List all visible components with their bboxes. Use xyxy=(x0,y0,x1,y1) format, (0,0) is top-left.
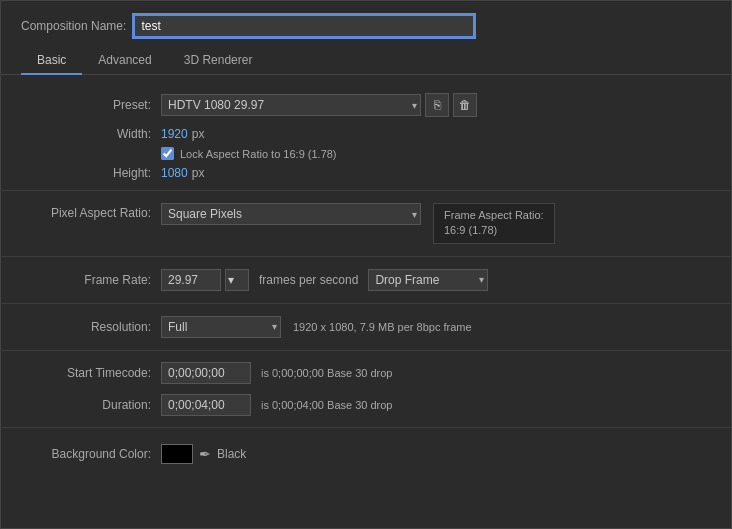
duration-info: is 0;00;04;00 Base 30 drop xyxy=(261,399,392,411)
width-unit: px xyxy=(192,127,205,141)
duration-input[interactable] xyxy=(161,394,251,416)
frame-aspect-value: 16:9 (1.78) xyxy=(444,223,544,238)
divider-3 xyxy=(1,303,731,304)
preset-delete-button[interactable]: 🗑 xyxy=(453,93,477,117)
divider-4 xyxy=(1,350,731,351)
frame-aspect-box: Frame Aspect Ratio: 16:9 (1.78) xyxy=(433,203,555,244)
divider-5 xyxy=(1,427,731,428)
height-label: Height: xyxy=(21,166,151,180)
tab-content-basic: Preset: HDTV 1080 29.97 HDTV 720 29.97 C… xyxy=(1,75,731,486)
comp-name-input[interactable] xyxy=(134,15,474,37)
pixel-aspect-select[interactable]: Square Pixels D1/DV NTSC D1/DV PAL xyxy=(161,203,421,225)
bg-color-swatch[interactable] xyxy=(161,444,193,464)
drop-frame-wrapper: Drop Frame Non-Drop Frame ▾ xyxy=(368,269,488,291)
resolution-select[interactable]: Full Half Third Quarter Custom xyxy=(161,316,281,338)
lock-aspect-label: Lock Aspect Ratio to 16:9 (1.78) xyxy=(180,148,337,160)
start-timecode-label: Start Timecode: xyxy=(21,366,151,380)
height-value[interactable]: 1080 xyxy=(161,166,188,180)
start-timecode-info: is 0;00;00;00 Base 30 drop xyxy=(261,367,392,379)
duration-label: Duration: xyxy=(21,398,151,412)
resolution-label: Resolution: xyxy=(21,320,151,334)
copy-icon: ⎘ xyxy=(434,98,441,112)
start-timecode-input[interactable] xyxy=(161,362,251,384)
divider-1 xyxy=(1,190,731,191)
frame-aspect-label: Frame Aspect Ratio: xyxy=(444,208,544,223)
fps-unit: frames per second xyxy=(259,273,358,287)
divider-2 xyxy=(1,256,731,257)
preset-select[interactable]: HDTV 1080 29.97 HDTV 720 29.97 Custom xyxy=(161,94,421,116)
resolution-info: 1920 x 1080, 7.9 MB per 8bpc frame xyxy=(293,321,472,333)
eyedropper-icon: ✒ xyxy=(199,446,211,462)
tab-basic[interactable]: Basic xyxy=(21,47,82,75)
bg-color-name: Black xyxy=(217,447,246,461)
comp-name-label: Composition Name: xyxy=(21,19,126,33)
preset-select-wrapper: HDTV 1080 29.97 HDTV 720 29.97 Custom ▾ xyxy=(161,94,421,116)
resolution-select-wrapper: Full Half Third Quarter Custom ▾ xyxy=(161,316,281,338)
bg-color-label: Background Color: xyxy=(21,447,151,461)
eyedropper-button[interactable]: ✒ xyxy=(199,446,211,462)
lock-aspect-checkbox[interactable] xyxy=(161,147,174,160)
preset-copy-button[interactable]: ⎘ xyxy=(425,93,449,117)
width-value[interactable]: 1920 xyxy=(161,127,188,141)
preset-label: Preset: xyxy=(21,98,151,112)
tab-advanced[interactable]: Advanced xyxy=(82,47,167,75)
tab-3d-renderer[interactable]: 3D Renderer xyxy=(168,47,269,75)
fps-dropdown-wrapper: ▾ xyxy=(225,269,249,291)
frame-rate-label: Frame Rate: xyxy=(21,273,151,287)
fps-dropdown[interactable]: ▾ xyxy=(225,269,249,291)
height-unit: px xyxy=(192,166,205,180)
width-label: Width: xyxy=(21,127,151,141)
pixel-aspect-label: Pixel Aspect Ratio: xyxy=(21,203,151,220)
pixel-aspect-select-wrapper: Square Pixels D1/DV NTSC D1/DV PAL ▾ xyxy=(161,203,421,225)
frame-rate-input[interactable] xyxy=(161,269,221,291)
drop-frame-select[interactable]: Drop Frame Non-Drop Frame xyxy=(368,269,488,291)
trash-icon: 🗑 xyxy=(459,98,471,112)
tabs-container: Basic Advanced 3D Renderer xyxy=(1,47,731,75)
